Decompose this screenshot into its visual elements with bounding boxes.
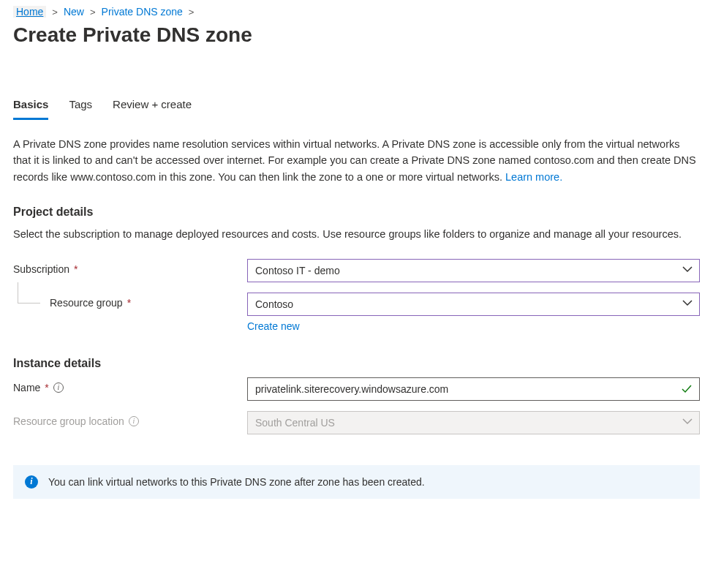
subscription-row: Subscription * xyxy=(13,259,700,282)
required-asterisk: * xyxy=(74,263,78,275)
info-icon[interactable]: i xyxy=(129,416,139,426)
resource-group-label-text: Resource group xyxy=(50,297,123,309)
required-asterisk: * xyxy=(45,382,48,393)
description-text: A Private DNS zone provides name resolut… xyxy=(13,138,696,183)
tabs: Basics Tags Review + create xyxy=(13,98,700,120)
location-row: Resource group location i xyxy=(13,411,700,434)
chevron-right-icon: > xyxy=(90,7,96,18)
breadcrumb-home[interactable]: Home xyxy=(13,6,46,18)
create-new-link[interactable]: Create new xyxy=(247,320,300,332)
name-label: Name * i xyxy=(13,377,247,393)
breadcrumb-private-dns-zone[interactable]: Private DNS zone xyxy=(102,6,183,18)
info-icon: i xyxy=(25,475,38,489)
location-select xyxy=(247,411,700,434)
instance-details-heading: Instance details xyxy=(13,357,700,370)
subscription-select[interactable] xyxy=(247,259,700,282)
name-label-text: Name xyxy=(13,382,40,393)
resource-group-select[interactable] xyxy=(247,293,700,316)
page-title: Create Private DNS zone xyxy=(13,23,700,47)
project-details-heading: Project details xyxy=(13,206,700,219)
chevron-right-icon: > xyxy=(189,7,195,18)
tab-review-create[interactable]: Review + create xyxy=(113,98,192,120)
project-details-sub: Select the subscription to manage deploy… xyxy=(13,226,700,242)
check-icon xyxy=(681,383,693,397)
tab-tags[interactable]: Tags xyxy=(69,98,92,120)
info-icon[interactable]: i xyxy=(53,382,64,393)
info-banner-text: You can link virtual networks to this Pr… xyxy=(48,476,425,488)
required-asterisk: * xyxy=(127,297,131,309)
tab-basics[interactable]: Basics xyxy=(13,98,48,120)
instance-details-section: Instance details Name * i Resource group… xyxy=(13,357,700,434)
subscription-label-text: Subscription xyxy=(13,263,69,275)
resource-group-row: Resource group * Create new xyxy=(13,293,700,332)
breadcrumb-new[interactable]: New xyxy=(64,6,84,18)
project-details-section: Project details Select the subscription … xyxy=(13,206,700,331)
learn-more-link[interactable]: Learn more. xyxy=(505,171,562,183)
location-label-text: Resource group location xyxy=(13,415,124,427)
subscription-label: Subscription * xyxy=(13,259,247,275)
page-description: A Private DNS zone provides name resolut… xyxy=(13,136,700,185)
name-input[interactable] xyxy=(247,377,700,401)
breadcrumb: Home > New > Private DNS zone > xyxy=(13,6,700,18)
name-row: Name * i xyxy=(13,377,700,401)
info-banner: i You can link virtual networks to this … xyxy=(13,465,700,499)
chevron-right-icon: > xyxy=(52,7,58,18)
resource-group-label: Resource group * xyxy=(13,293,247,309)
location-label: Resource group location i xyxy=(13,411,247,427)
